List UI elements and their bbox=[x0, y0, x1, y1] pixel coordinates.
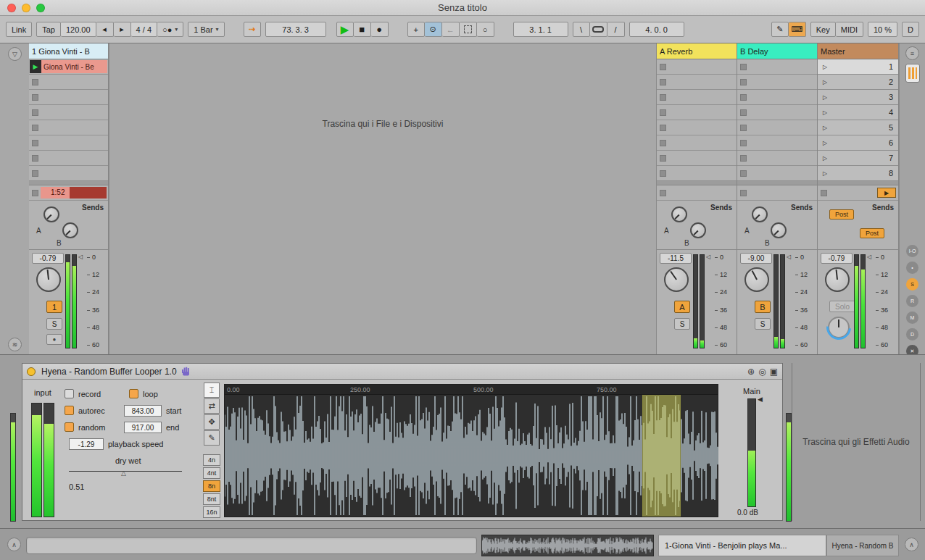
clip-slot[interactable] bbox=[29, 120, 108, 135]
device-on-toggle[interactable] bbox=[27, 367, 36, 376]
send-a-post-button[interactable]: Post bbox=[829, 209, 854, 220]
clip-stop-button[interactable] bbox=[32, 155, 38, 162]
track-stop-button[interactable] bbox=[740, 190, 747, 196]
overdub-button[interactable]: + bbox=[407, 22, 425, 37]
metronome-button[interactable]: ○●▾ bbox=[157, 22, 183, 37]
device-title-bar[interactable]: Hyena - Random Buffer Looper 1.0 ⊕ ◎ ▣ bbox=[22, 364, 782, 380]
scene-row-5[interactable]: ▷5 bbox=[818, 120, 898, 135]
move-tool-button[interactable]: ⇄ bbox=[204, 398, 220, 414]
volume-knob[interactable] bbox=[36, 267, 61, 292]
send-a-knob[interactable] bbox=[671, 206, 687, 222]
clip-launch-button[interactable]: ▶ bbox=[30, 60, 41, 73]
random-checkbox[interactable] bbox=[65, 422, 74, 432]
scene-play-icon[interactable]: ▷ bbox=[823, 109, 827, 116]
dry-wet-slider[interactable]: △ bbox=[69, 471, 182, 480]
send-b-knob[interactable] bbox=[62, 222, 78, 238]
track-activator-button[interactable]: 1 bbox=[46, 301, 62, 313]
file-drop-area[interactable]: Trascina qui i File e i Dispositivi bbox=[109, 43, 657, 354]
volume-knob[interactable] bbox=[664, 267, 689, 292]
clip-stop-button[interactable] bbox=[32, 94, 38, 101]
clip-name[interactable]: Giona Vinti - Be bbox=[41, 60, 107, 73]
clip-slot[interactable] bbox=[29, 90, 108, 105]
scene-row-4[interactable]: ▷4 bbox=[818, 105, 898, 120]
grid-button-8n[interactable]: 8n bbox=[203, 480, 220, 492]
follow-button[interactable]: ⇢ bbox=[244, 22, 261, 37]
scene-play-icon[interactable]: ▷ bbox=[823, 125, 827, 131]
pencil-tool-button[interactable]: ✎ bbox=[204, 430, 220, 446]
show-info-view-button[interactable]: ∧ bbox=[7, 538, 21, 551]
stop-all-clips-button[interactable]: ▶ bbox=[877, 188, 896, 198]
fader-handle-icon[interactable]: ◁ bbox=[706, 254, 710, 260]
solo-button[interactable]: Solo bbox=[829, 301, 855, 312]
send-b-knob[interactable] bbox=[690, 222, 706, 238]
scene-row-8[interactable]: ▷8 bbox=[818, 166, 898, 181]
grid-button-4n[interactable]: 4n bbox=[203, 454, 220, 466]
track-stop-button[interactable] bbox=[32, 190, 38, 196]
clip-stop-button[interactable] bbox=[32, 170, 38, 177]
master-title[interactable]: Master bbox=[818, 43, 898, 59]
nudge-down-button[interactable]: ◂ bbox=[96, 22, 114, 37]
hand-tool-button[interactable]: ✥ bbox=[204, 414, 220, 430]
close-button[interactable] bbox=[7, 4, 16, 12]
stop-clips-row[interactable]: 1:52 bbox=[29, 185, 108, 201]
stop-button[interactable]: ■ bbox=[354, 22, 371, 37]
tap-button[interactable]: Tap bbox=[36, 22, 61, 37]
scene-row-1[interactable]: ▷1 bbox=[818, 59, 898, 75]
track-activator-button[interactable]: A bbox=[674, 301, 690, 313]
grid-button-8nt[interactable]: 8nt bbox=[203, 493, 220, 505]
overview-menu-button[interactable]: ≡ bbox=[905, 46, 919, 60]
clip-slot[interactable] bbox=[29, 151, 108, 166]
scene-play-icon[interactable]: ▷ bbox=[823, 94, 827, 101]
scene-row-6[interactable]: ▷6 bbox=[818, 135, 898, 151]
play-button[interactable]: ▶ bbox=[336, 22, 354, 37]
audio-effects-drop-area[interactable]: Trascina qui gli Effetti Audio bbox=[792, 363, 921, 521]
loop-checkbox[interactable] bbox=[129, 389, 138, 398]
preset-icon[interactable]: ⊕ bbox=[747, 367, 755, 377]
clip-slot[interactable] bbox=[29, 75, 108, 90]
main-fader-handle[interactable]: ◀ bbox=[758, 396, 763, 403]
scene-play-icon[interactable]: ▷ bbox=[823, 79, 827, 85]
quantization-menu[interactable]: 1 Bar▾ bbox=[188, 22, 224, 37]
autorec-checkbox[interactable] bbox=[65, 406, 74, 415]
loop-length-display[interactable]: 4. 0. 0 bbox=[629, 22, 684, 37]
track-activator-button[interactable]: B bbox=[755, 301, 771, 313]
send-b-post-button[interactable]: Post bbox=[860, 228, 884, 238]
track-stop-button[interactable] bbox=[660, 190, 666, 196]
grid-button-16n[interactable]: 16n bbox=[203, 506, 220, 518]
solo-button[interactable]: S bbox=[674, 318, 690, 330]
loop-selection-region[interactable] bbox=[642, 395, 681, 517]
end-numbox[interactable]: 917.00 bbox=[124, 422, 162, 433]
capture-midi-button[interactable] bbox=[460, 22, 477, 37]
clip-slot[interactable] bbox=[29, 135, 108, 151]
volume-value[interactable]: -0.79 bbox=[32, 253, 64, 264]
map-mode-icon[interactable]: ◎ bbox=[758, 367, 766, 377]
volume-knob[interactable] bbox=[744, 267, 769, 292]
scene-play-icon[interactable]: ▷ bbox=[823, 155, 827, 162]
midi-map-button[interactable]: MIDI bbox=[836, 22, 863, 37]
nudge-up-button[interactable]: ▸ bbox=[114, 22, 131, 37]
speed-numbox[interactable]: -1.29 bbox=[69, 438, 104, 450]
grid-button-4nt[interactable]: 4nt bbox=[203, 467, 220, 479]
show-detail-view-button[interactable]: ∧ bbox=[905, 538, 918, 551]
return-b-title[interactable]: B Delay bbox=[737, 43, 817, 59]
crossfader-view-button[interactable]: ≋ bbox=[8, 338, 22, 351]
start-numbox[interactable]: 843.00 bbox=[124, 405, 162, 417]
stop-all-clips-square[interactable] bbox=[821, 190, 827, 196]
link-button[interactable]: Link bbox=[6, 22, 32, 37]
clip-stop-button[interactable] bbox=[32, 125, 38, 131]
back-to-arrangement-button[interactable]: ▽ bbox=[8, 47, 22, 61]
minimize-button[interactable] bbox=[22, 4, 30, 12]
scene-row-7[interactable]: ▷7 bbox=[818, 151, 898, 166]
disk-overload-indicator[interactable]: D bbox=[902, 22, 919, 37]
clip-stop-button[interactable] bbox=[32, 140, 38, 146]
draw-mode-button[interactable]: ✎ bbox=[771, 22, 789, 37]
send-a-knob[interactable] bbox=[752, 206, 768, 222]
automation-arm-button[interactable]: ⊙ bbox=[425, 22, 442, 37]
volume-value[interactable]: -11.5 bbox=[660, 253, 692, 264]
session-record-button[interactable]: ○ bbox=[477, 22, 494, 37]
fader-handle-icon[interactable]: ◁ bbox=[787, 254, 791, 260]
mixer-toggle-M[interactable]: M bbox=[906, 312, 918, 324]
loop-start-display[interactable]: 3. 1. 1 bbox=[513, 22, 568, 37]
clip-slot[interactable] bbox=[29, 105, 108, 120]
mixer-toggle-I-O[interactable]: I-O bbox=[906, 245, 918, 257]
